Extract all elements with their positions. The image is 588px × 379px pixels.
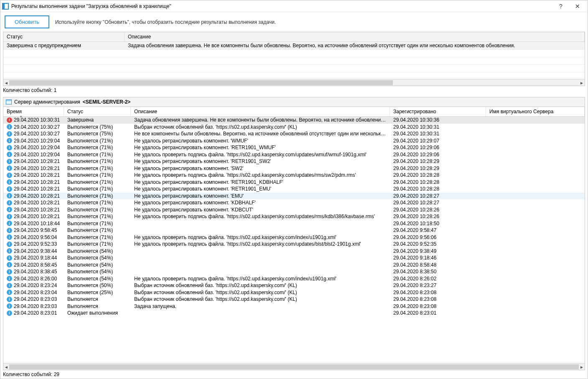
col-registered[interactable]: Зарегистрировано xyxy=(390,107,486,116)
event-time: i29.04.2020 8:38:45 xyxy=(3,269,64,275)
event-row[interactable]: i29.04.2020 8:23:04Выполняется (25%)Выбр… xyxy=(3,289,585,296)
event-status: Выполняется (54%) xyxy=(64,269,131,275)
event-row[interactable]: i29.04.2020 9:18:44Выполняется (54%)29.0… xyxy=(3,254,585,262)
scroll-left-icon[interactable]: ◄ xyxy=(3,80,9,86)
summary-status: Завершена с предупреждением xyxy=(3,42,125,49)
event-registered: 29.04.2020 10:29:07 xyxy=(390,138,486,144)
event-description: Задача обновления завершена. Не все комп… xyxy=(131,117,390,123)
event-row[interactable]: i29.04.2020 9:38:44Выполняется (54%)29.0… xyxy=(3,248,585,255)
col-status[interactable]: Статус xyxy=(3,32,125,41)
event-row[interactable]: i29.04.2020 10:28:21Выполняется (71%)Не … xyxy=(3,179,585,186)
info-icon: i xyxy=(7,290,12,295)
scroll-right-icon[interactable]: ► xyxy=(579,364,585,370)
event-registered: 29.04.2020 8:38:50 xyxy=(390,269,486,275)
summary-hscroll[interactable]: ◄ ► xyxy=(3,79,585,86)
col-description[interactable]: Описание xyxy=(125,32,585,41)
scroll-thumb[interactable] xyxy=(9,80,393,85)
event-row[interactable]: i29.04.2020 8:23:01Ожидает выполнения29.… xyxy=(3,310,585,317)
event-row[interactable]: i29.04.2020 10:28:21Выполняется (71%)Не … xyxy=(3,213,585,220)
window-title: Результаты выполнения задачи "Загрузка о… xyxy=(11,3,552,9)
event-time: i29.04.2020 10:29:04 xyxy=(3,138,64,144)
event-registered: 29.04.2020 8:23:08 xyxy=(390,303,486,309)
event-row[interactable]: i29.04.2020 10:28:21Выполняется (71%)Не … xyxy=(3,158,585,165)
info-icon: i xyxy=(7,193,12,198)
event-row[interactable]: i29.04.2020 9:52:33Выполняется (71%)Не у… xyxy=(3,241,585,248)
event-row[interactable]: i29.04.2020 8:38:45Выполняется (54%)29.0… xyxy=(3,268,585,275)
scroll-thumb[interactable] xyxy=(9,364,579,369)
event-time: i29.04.2020 10:30:27 xyxy=(3,124,64,130)
scroll-left-icon[interactable]: ◄ xyxy=(3,364,9,370)
summary-row[interactable]: Завершена с предупреждением Задача обнов… xyxy=(3,42,585,50)
col-description[interactable]: Описание xyxy=(131,107,390,116)
event-registered: 29.04.2020 10:29:06 xyxy=(390,145,486,150)
event-row[interactable]: i29.04.2020 10:29:04Выполняется (71%)Не … xyxy=(3,137,585,145)
event-row[interactable]: i29.04.2020 8:26:00Выполняется (54%)Не у… xyxy=(3,275,585,282)
event-row[interactable]: i29.04.2020 9:56:04Выполняется (71%)Не у… xyxy=(3,234,585,241)
event-registered: 29.04.2020 10:30:36 xyxy=(390,117,486,123)
event-status: Выполняется (71%) xyxy=(64,207,131,213)
event-status: Ожидает выполнения xyxy=(64,310,131,316)
event-registered: 29.04.2020 10:30:31 xyxy=(390,131,486,137)
event-status: Завершена xyxy=(64,117,131,123)
event-row[interactable]: i29.04.2020 10:28:21Выполняется (71%)Не … xyxy=(3,165,585,172)
info-icon: i xyxy=(7,200,12,206)
event-status: Выполняется (71%) xyxy=(64,165,131,171)
event-description: Задача запущена. xyxy=(131,303,390,309)
event-row[interactable]: i29.04.2020 8:23:03ВыполняетсяВыбран ист… xyxy=(3,296,585,303)
col-time[interactable]: Время ▾ xyxy=(3,107,64,116)
info-icon: i xyxy=(7,283,12,288)
events-panel: Время ▾ Статус Описание Зарегистрировано… xyxy=(3,107,585,370)
server-prefix: Сервер администрирования xyxy=(14,99,80,105)
event-row[interactable]: i29.04.2020 8:23:03ВыполняетсяЗадача зап… xyxy=(3,303,585,310)
event-description: Не удалось проверить подпись файла. 'htt… xyxy=(131,241,390,247)
info-icon: i xyxy=(7,165,12,171)
event-status: Выполняется (71%) xyxy=(64,234,131,240)
info-icon: i xyxy=(7,228,12,233)
event-time: i29.04.2020 10:29:04 xyxy=(3,152,64,158)
event-row[interactable]: i29.04.2020 9:58:45Выполняется (71%)29.0… xyxy=(3,227,585,234)
info-icon: i xyxy=(7,303,12,309)
event-row[interactable]: i29.04.2020 8:23:24Выполняется (50%)Выбр… xyxy=(3,282,585,289)
event-row[interactable]: i29.04.2020 10:28:21Выполняется (71%)Не … xyxy=(3,186,585,193)
event-row[interactable]: i29.04.2020 10:28:21Выполняется (71%)Не … xyxy=(3,206,585,214)
event-status: Выполняется (71%) xyxy=(64,172,131,178)
close-button[interactable]: ✕ xyxy=(569,0,586,12)
help-button[interactable]: ? xyxy=(552,0,569,12)
event-row[interactable]: i29.04.2020 10:28:21Выполняется (71%)Не … xyxy=(3,193,585,200)
event-row[interactable]: i29.04.2020 8:58:45Выполняется (54%)29.0… xyxy=(3,262,585,269)
event-description: Не удалось ретранслировать компонент. 'S… xyxy=(131,165,390,171)
event-time: i29.04.2020 9:18:44 xyxy=(3,255,64,261)
refresh-button[interactable]: Обновить xyxy=(5,15,49,28)
event-description: Выбран источник обновлений баз. 'https:/… xyxy=(131,124,390,130)
event-row[interactable]: i29.04.2020 10:28:21Выполняется (71%)Не … xyxy=(3,199,585,206)
event-status: Выполняется (71%) xyxy=(64,145,131,150)
event-registered: 29.04.2020 8:23:08 xyxy=(390,296,486,302)
event-registered: 29.04.2020 10:28:27 xyxy=(390,193,486,199)
scroll-right-icon[interactable]: ► xyxy=(579,80,585,86)
server-header[interactable]: Сервер администрирования <SEMIL-SERVER-2… xyxy=(3,97,585,107)
event-registered: 29.04.2020 8:23:01 xyxy=(390,310,486,316)
server-name: <SEMIL-SERVER-2> xyxy=(83,99,130,105)
col-status[interactable]: Статус xyxy=(64,107,131,116)
event-row[interactable]: i29.04.2020 10:30:27Выполняется (75%)Выб… xyxy=(3,124,585,131)
event-row[interactable]: i29.04.2020 10:18:44Выполняется (71%)29.… xyxy=(3,220,585,227)
event-row[interactable]: i29.04.2020 10:28:21Выполняется (71%)Не … xyxy=(3,172,585,179)
event-time: i29.04.2020 10:28:21 xyxy=(3,200,64,206)
events-hscroll[interactable]: ◄ ► xyxy=(3,363,585,370)
event-status: Выполняется (71%) xyxy=(64,227,131,233)
event-status: Выполняется (71%) xyxy=(64,186,131,192)
event-row[interactable]: i29.04.2020 10:30:27Выполняется (75%)Не … xyxy=(3,130,585,137)
col-virtual-server[interactable]: Имя виртуального Сервера xyxy=(486,107,585,116)
event-row[interactable]: i29.04.2020 10:29:04Выполняется (71%)Не … xyxy=(3,144,585,151)
event-status: Выполняется (71%) xyxy=(64,241,131,247)
events-header: Время ▾ Статус Описание Зарегистрировано… xyxy=(3,107,585,117)
event-status: Выполняется (54%) xyxy=(64,262,131,268)
event-status: Выполняется (54%) xyxy=(64,255,131,261)
event-row[interactable]: i29.04.2020 10:29:04Выполняется (71%)Не … xyxy=(3,151,585,158)
event-time: i29.04.2020 10:18:44 xyxy=(3,221,64,226)
event-time: i29.04.2020 8:26:00 xyxy=(3,276,64,282)
event-row[interactable]: !29.04.2020 10:30:31ЗавершенаЗадача обно… xyxy=(3,117,585,124)
event-registered: 29.04.2020 8:26:02 xyxy=(390,276,486,282)
event-description: Выбран источник обновлений баз. 'https:/… xyxy=(131,290,390,295)
empty-row xyxy=(3,50,585,57)
